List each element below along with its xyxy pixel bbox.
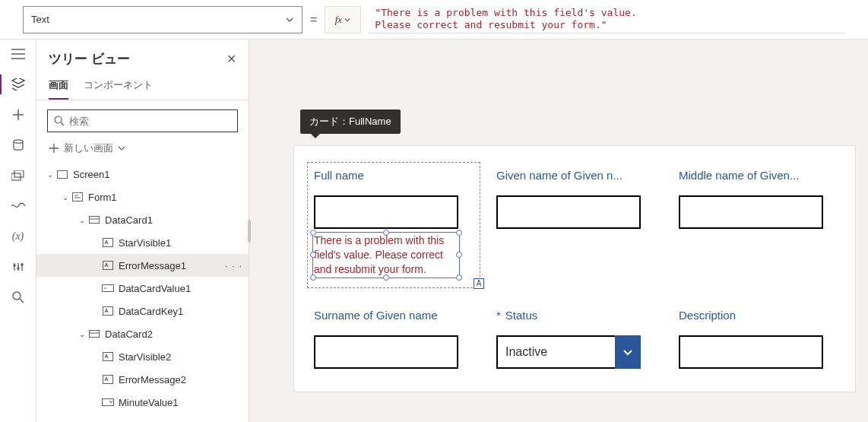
formula-input[interactable]: "There is a problem with this field's va… (369, 6, 845, 33)
tree-node-label: DataCard1 (105, 214, 153, 226)
svg-rect-15 (90, 331, 100, 338)
textinput-icon (102, 284, 114, 292)
fx-label: fx (335, 14, 342, 26)
tree-node-datacardkey1[interactable]: DataCardKey1 (36, 300, 249, 322)
svg-point-5 (21, 263, 24, 266)
card-tooltip: カード：FullName (300, 109, 401, 134)
required-star: * (496, 309, 501, 322)
card-surname[interactable]: Surname of Given name (314, 309, 474, 369)
search-icon (54, 116, 65, 126)
label-icon (102, 238, 114, 247)
card-label: Middle name of Given... (679, 169, 838, 182)
card-givenname[interactable]: Given name of Given n... (496, 169, 656, 281)
form-icon (71, 192, 84, 201)
error-message[interactable]: There is a problem with this field's val… (314, 233, 458, 277)
tree-list: ⌄ Screen1 ⌄ Form1 ⌄ DataCard1 StarVisibl… (36, 163, 249, 422)
hamburger-icon[interactable] (10, 47, 27, 61)
svg-point-4 (17, 267, 20, 270)
svg-rect-9 (73, 193, 83, 201)
svg-rect-17 (103, 376, 113, 384)
close-icon[interactable]: ✕ (227, 52, 236, 66)
tab-components[interactable]: コンポーネント (84, 74, 153, 100)
chevron-down-icon: ⌄ (47, 170, 56, 179)
tree-node-minutevalue1[interactable]: MinuteValue1 (36, 391, 249, 414)
middlename-input[interactable] (679, 195, 823, 229)
plus-icon (49, 143, 59, 154)
tree-node-label: MinuteValue1 (119, 397, 179, 408)
chevron-down-icon: ⌄ (79, 330, 88, 338)
chevron-down-icon: ⌄ (62, 193, 71, 201)
text-format-badge[interactable]: A (474, 278, 484, 289)
label-icon (102, 375, 114, 384)
card-fullname[interactable]: Full name There is a problem with this f… (314, 169, 474, 281)
property-selector-label: Text (31, 14, 49, 25)
tools-icon[interactable] (10, 260, 27, 274)
form-surface[interactable]: カード：FullName Full name There is a proble… (293, 145, 856, 392)
canvas[interactable]: カード：FullName Full name There is a proble… (249, 40, 868, 422)
status-label-text: Status (505, 309, 538, 322)
chevron-down-icon: ⌄ (79, 216, 88, 224)
flows-icon[interactable] (10, 199, 27, 213)
chevron-down-icon (344, 16, 351, 24)
selection-outline (312, 232, 460, 278)
tree-node-starvisible2[interactable]: StarVisible2 (36, 345, 249, 368)
fx-button[interactable]: fx (325, 6, 361, 33)
tree-node-datacardvalue1[interactable]: DataCardValue1 (36, 277, 249, 300)
variables-icon[interactable]: (x) (10, 230, 27, 243)
new-screen-button[interactable]: 新しい画面 (36, 138, 249, 163)
search-input[interactable] (69, 116, 231, 127)
card-icon (88, 216, 100, 224)
tree-node-starvisible1[interactable]: StarVisible1 (36, 231, 249, 254)
card-label: Full name (314, 169, 474, 182)
svg-point-7 (55, 116, 62, 123)
tree-node-screen1[interactable]: ⌄ Screen1 (36, 163, 249, 186)
insert-icon[interactable] (10, 108, 27, 122)
chevron-down-icon (285, 15, 294, 24)
tree-node-label: DataCard2 (105, 328, 153, 340)
tab-screens[interactable]: 画面 (49, 74, 68, 100)
tree-node-label: Form1 (88, 192, 117, 203)
left-rail: (x) (0, 40, 36, 422)
tree-node-datacard2[interactable]: ⌄ DataCard2 (36, 322, 249, 345)
svg-rect-13 (103, 285, 114, 292)
more-icon[interactable]: · · · (225, 260, 242, 271)
givenname-input[interactable] (496, 195, 641, 229)
dropdown-icon (102, 398, 114, 406)
tree-node-label: ErrorMessage1 (119, 260, 186, 271)
svg-point-6 (13, 292, 21, 300)
tree-node-form1[interactable]: ⌄ Form1 (36, 186, 249, 208)
tree-node-errormessage1[interactable]: ErrorMessage1 · · · (36, 254, 249, 277)
tree-node-label: DataCardValue1 (119, 283, 191, 294)
chevron-down-icon[interactable] (615, 335, 641, 369)
tree-node-errormessage2[interactable]: ErrorMessage2 (36, 368, 249, 391)
tree-node-label: StarVisible2 (119, 351, 171, 363)
tree-title: ツリー ビュー (49, 50, 130, 68)
card-middlename[interactable]: Middle name of Given... (679, 169, 838, 281)
data-icon[interactable] (10, 138, 27, 152)
new-screen-label: 新しい画面 (64, 141, 113, 155)
tree-node-datacard1[interactable]: ⌄ DataCard1 (36, 208, 249, 231)
panel-resize-handle[interactable] (246, 40, 249, 422)
status-combobox[interactable]: Inactive (496, 335, 656, 369)
tree-node-label: ErrorMessage2 (119, 374, 186, 386)
search-rail-icon[interactable] (10, 290, 27, 304)
description-input[interactable] (679, 335, 823, 369)
media-icon[interactable] (10, 169, 27, 182)
fullname-input[interactable] (314, 195, 458, 229)
svg-rect-12 (103, 262, 113, 270)
card-label: Surname of Given name (314, 309, 474, 322)
surname-input[interactable] (314, 335, 458, 369)
equals-label: = (310, 13, 317, 27)
status-value: Inactive (496, 335, 615, 369)
svg-point-3 (13, 264, 16, 267)
svg-rect-11 (103, 239, 113, 247)
card-icon (88, 330, 100, 338)
card-description[interactable]: Description (679, 309, 838, 369)
property-selector[interactable]: Text (23, 6, 303, 33)
svg-rect-8 (58, 170, 68, 178)
tree-view-icon[interactable] (10, 78, 27, 91)
card-status[interactable]: * Status Inactive (496, 309, 656, 369)
card-label: Given name of Given n... (496, 169, 656, 182)
tree-panel: ツリー ビュー ✕ 画面 コンポーネント 新しい画面 ⌄ Screen1 ⌄ (36, 40, 249, 422)
tree-search[interactable] (47, 109, 238, 132)
